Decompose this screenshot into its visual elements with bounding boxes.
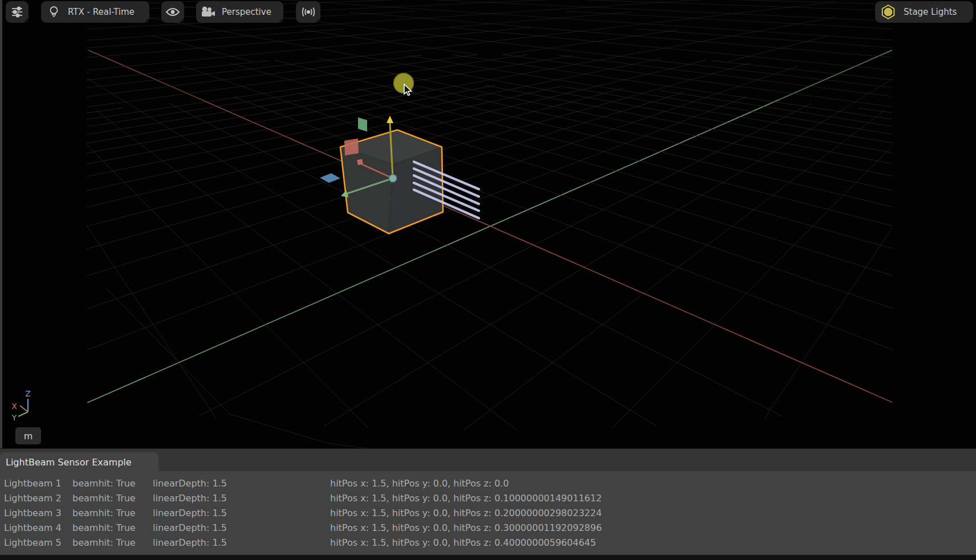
console-row: Lightbeam 3beamhit: TruelinearDepth: 1.5… xyxy=(0,505,976,520)
camera-label: Perspective xyxy=(222,7,271,17)
console-row: Lightbeam 4beamhit: TruelinearDepth: 1.5… xyxy=(0,520,976,535)
console-cell: Lightbeam 5 xyxy=(4,537,72,548)
console-tab[interactable]: LightBeam Sensor Example xyxy=(0,452,158,472)
waypoint-button[interactable] xyxy=(296,1,320,23)
camera-button[interactable]: Perspective xyxy=(196,1,283,23)
video-camera-icon xyxy=(200,6,217,18)
sliders-icon xyxy=(10,5,24,19)
visibility-button[interactable] xyxy=(161,1,184,23)
console-cell: Lightbeam 2 xyxy=(4,493,72,504)
console-cell: linearDepth: 1.5 xyxy=(153,493,330,504)
console-output[interactable]: Lightbeam 1beamhit: TruelinearDepth: 1.5… xyxy=(0,471,976,555)
lightbulb-icon xyxy=(48,5,60,19)
console-tab-label: LightBeam Sensor Example xyxy=(6,457,132,468)
console-cell: linearDepth: 1.5 xyxy=(153,537,330,548)
console-cell: Lightbeam 4 xyxy=(4,522,72,533)
signal-icon xyxy=(300,6,316,18)
console-cell: beamhit: True xyxy=(72,522,153,533)
console-tab-strip: LightBeam Sensor Example xyxy=(0,448,976,471)
axis-z-label: Z xyxy=(25,389,31,398)
scene-overlay xyxy=(0,0,976,448)
console-cell: beamhit: True xyxy=(72,508,153,518)
gizmo-up-arrow[interactable] xyxy=(387,116,393,123)
console-cell: hitPos x: 1.5, hitPos y: 0.0, hitPos z: … xyxy=(330,537,976,548)
gizmo-plane-xy-handle[interactable] xyxy=(320,173,340,183)
axis-triad[interactable]: Z X Y xyxy=(5,387,35,424)
window-bottom-edge xyxy=(0,555,976,560)
stage-lights-label: Stage Lights xyxy=(904,7,957,17)
console-cell: Lightbeam 1 xyxy=(4,478,72,489)
gizmo-center-handle[interactable] xyxy=(389,174,397,182)
window-left-edge xyxy=(0,0,2,448)
stage-light-icon xyxy=(880,3,897,21)
omniverse-window: RTX - Real-Time Perspective xyxy=(0,0,976,560)
console-cell: Lightbeam 3 xyxy=(4,508,72,518)
viewport-3d[interactable]: RTX - Real-Time Perspective xyxy=(0,0,976,448)
unit-button[interactable]: m xyxy=(15,427,41,444)
console-cell: hitPos x: 1.5, hitPos y: 0.0, hitPos z: … xyxy=(330,522,976,533)
console-cell: beamhit: True xyxy=(72,537,153,548)
console-cell: linearDepth: 1.5 xyxy=(153,522,330,533)
unit-label: m xyxy=(24,431,33,442)
console-cell: hitPos x: 1.5, hitPos y: 0.0, hitPos z: … xyxy=(330,478,976,489)
renderer-label: RTX - Real-Time xyxy=(68,7,135,17)
gizmo-plane-yz-handle[interactable] xyxy=(358,117,367,132)
gizmo-x-arrow[interactable] xyxy=(357,159,363,165)
console-panel: LightBeam Sensor Example Lightbeam 1beam… xyxy=(0,448,976,560)
console-cell: beamhit: True xyxy=(72,478,153,489)
console-cell: hitPos x: 1.5, hitPos y: 0.0, hitPos z: … xyxy=(330,493,976,504)
gizmo-plane-xz-handle[interactable] xyxy=(344,138,359,156)
console-row: Lightbeam 1beamhit: TruelinearDepth: 1.5… xyxy=(0,476,976,490)
axis-x-label: X xyxy=(11,402,17,411)
console-row: Lightbeam 5beamhit: TruelinearDepth: 1.5… xyxy=(0,535,976,550)
console-cell: beamhit: True xyxy=(72,493,153,504)
console-row: Lightbeam 2beamhit: TruelinearDepth: 1.5… xyxy=(0,490,976,505)
eye-icon xyxy=(165,7,180,17)
console-cell: linearDepth: 1.5 xyxy=(153,508,330,518)
stage-lights-button[interactable]: Stage Lights xyxy=(875,1,973,23)
renderer-button[interactable]: RTX - Real-Time xyxy=(41,1,149,23)
console-cell: hitPos x: 1.5, hitPos y: 0.0, hitPos z: … xyxy=(330,508,976,518)
console-cell: linearDepth: 1.5 xyxy=(153,478,330,489)
axis-y-label: Y xyxy=(11,413,17,422)
viewport-settings-button[interactable] xyxy=(6,1,29,23)
